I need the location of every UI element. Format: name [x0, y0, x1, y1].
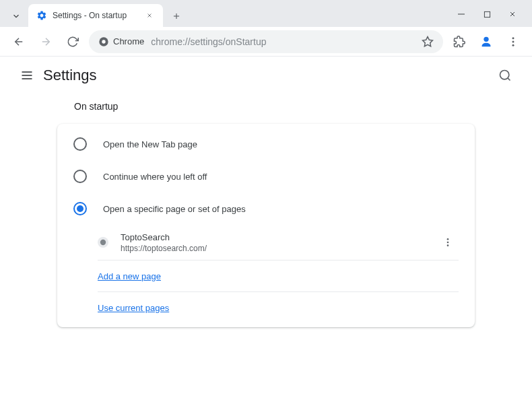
radio-specific-pages[interactable]: Open a specific page or set of pages [57, 193, 475, 225]
page-name: ToptoSearch [121, 232, 425, 242]
tab-search-button[interactable] [7, 7, 26, 26]
page-favicon-icon [98, 237, 108, 248]
radio-icon [73, 202, 87, 215]
maximize-button[interactable] [474, 4, 500, 24]
browser-tab[interactable]: Settings - On startup [28, 4, 163, 27]
back-button[interactable] [8, 31, 30, 53]
add-page-row: Add a new page [57, 261, 475, 291]
svg-rect-5 [484, 11, 490, 17]
svg-point-24 [447, 242, 449, 244]
titlebar: Settings - On startup [0, 0, 532, 27]
extensions-button[interactable] [448, 31, 470, 53]
page-url: https://toptosearch.com/ [121, 244, 425, 253]
profile-button[interactable] [475, 31, 497, 53]
radio-continue[interactable]: Continue where you left off [57, 160, 475, 193]
use-current-link[interactable]: Use current pages [98, 303, 169, 313]
new-tab-button[interactable] [167, 7, 186, 26]
address-bar[interactable]: Chrome chrome://settings/onStartup [89, 30, 443, 53]
svg-point-16 [512, 44, 514, 46]
page-title: Settings [43, 67, 492, 84]
startup-card: Open the New Tab page Continue where you… [57, 124, 475, 327]
svg-line-21 [508, 78, 510, 81]
svg-point-11 [102, 40, 105, 43]
bookmark-star-icon[interactable] [422, 36, 434, 48]
svg-point-25 [447, 244, 449, 246]
close-window-button[interactable] [500, 4, 525, 24]
settings-header: Settings [0, 57, 532, 94]
section-label: On startup [74, 101, 519, 112]
url-text: chrome://settings/onStartup [151, 36, 415, 47]
chrome-menu-button[interactable] [502, 31, 524, 53]
svg-marker-12 [423, 36, 433, 46]
svg-point-13 [484, 36, 488, 41]
svg-point-14 [512, 37, 514, 39]
svg-point-22 [100, 240, 106, 245]
svg-point-20 [500, 71, 509, 79]
window-controls [448, 4, 525, 24]
radio-icon [73, 137, 87, 151]
radio-icon [73, 170, 87, 183]
add-page-link[interactable]: Add a new page [98, 271, 161, 281]
startup-page-entry: ToptoSearch https://toptosearch.com/ [57, 225, 475, 260]
tab-close-button[interactable] [144, 10, 155, 21]
search-button[interactable] [492, 62, 519, 89]
settings-gear-icon [36, 10, 47, 21]
chrome-badge: Chrome [98, 36, 144, 47]
hamburger-menu-button[interactable] [13, 62, 40, 89]
content-area: On startup Open the New Tab page Continu… [0, 94, 532, 334]
forward-button[interactable] [35, 31, 57, 53]
tab-title: Settings - On startup [53, 11, 139, 20]
browser-toolbar: Chrome chrome://settings/onStartup [0, 27, 532, 57]
use-current-row: Use current pages [57, 292, 475, 323]
svg-point-15 [512, 40, 514, 42]
reload-button[interactable] [62, 31, 84, 53]
chrome-logo-icon [98, 36, 109, 47]
minimize-button[interactable] [448, 4, 474, 24]
radio-new-tab[interactable]: Open the New Tab page [57, 128, 475, 160]
svg-point-23 [447, 238, 449, 240]
page-more-button[interactable] [437, 232, 459, 253]
